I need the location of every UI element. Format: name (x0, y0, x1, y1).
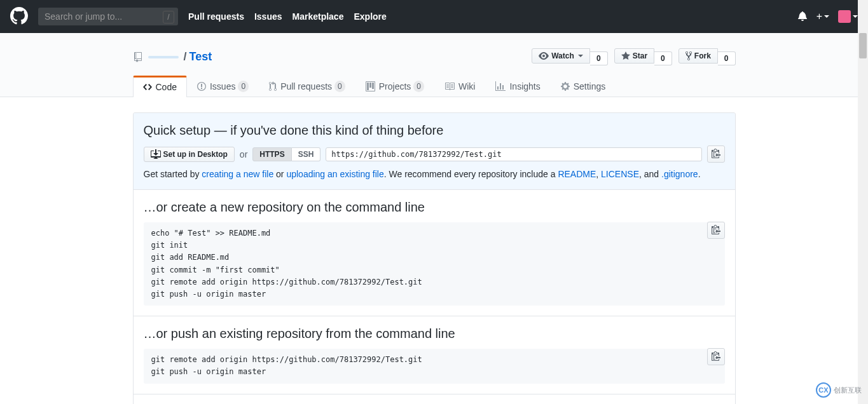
quick-setup-title: Quick setup — if you've done this kind o… (144, 123, 725, 138)
nav-marketplace[interactable]: Marketplace (293, 11, 344, 22)
notifications-icon[interactable] (797, 11, 808, 23)
or-text: or (240, 149, 247, 159)
nav-explore[interactable]: Explore (354, 11, 386, 22)
watermark: CX创新互联 (816, 382, 862, 398)
repo-head: / Test Watch 0 Star 0 (0, 33, 868, 97)
create-repo-code[interactable]: echo "# Test" >> README.md git init git … (144, 222, 725, 306)
issue-icon (197, 81, 206, 91)
watermark-icon: CX (816, 382, 831, 398)
create-new-dropdown[interactable]: + (816, 11, 829, 22)
global-header: / Pull requests Issues Marketplace Explo… (0, 0, 868, 33)
upload-file-link[interactable]: uploading an existing file (286, 169, 383, 179)
push-repo-title: …or push an existing repository from the… (144, 327, 725, 341)
readme-link[interactable]: README (558, 169, 596, 179)
tab-pull-requests[interactable]: Pull requests0 (259, 76, 355, 97)
graph-icon (495, 81, 506, 91)
quick-setup-header: Quick setup — if you've done this kind o… (134, 113, 735, 190)
github-logo[interactable] (10, 7, 28, 27)
header-nav: Pull requests Issues Marketplace Explore (188, 11, 387, 22)
gear-icon (561, 81, 570, 91)
copy-create-commands-button[interactable] (707, 222, 725, 239)
fork-button[interactable]: Fork (679, 48, 718, 64)
repo-name-link[interactable]: Test (189, 50, 212, 64)
code-icon (143, 82, 152, 92)
eye-icon (539, 51, 549, 61)
nav-issues[interactable]: Issues (254, 11, 282, 22)
star-button[interactable]: Star (614, 48, 654, 64)
tab-issues[interactable]: Issues0 (187, 76, 259, 97)
search-input[interactable] (38, 8, 178, 25)
create-new-file-link[interactable]: creating a new file (202, 169, 273, 179)
push-repo-section: …or push an existing repository from the… (134, 316, 735, 394)
repo-content: Quick setup — if you've done this kind o… (123, 97, 746, 404)
https-button[interactable]: HTTPS (252, 147, 291, 161)
project-icon (366, 81, 375, 91)
repo-nav: Code Issues0 Pull requests0 Projects0 Wi… (133, 76, 736, 97)
star-icon (621, 51, 630, 61)
license-link[interactable]: LICENSE (601, 169, 639, 179)
clippy-icon (712, 351, 720, 361)
quick-setup-box: Quick setup — if you've done this kind o… (133, 112, 736, 404)
copy-push-commands-button[interactable] (707, 348, 725, 365)
setup-desktop-button[interactable]: Set up in Desktop (144, 147, 235, 162)
repo-title: / Test (133, 50, 212, 64)
search-container: / (38, 8, 178, 25)
repo-owner-link[interactable] (148, 56, 179, 58)
desktop-download-icon (151, 149, 161, 159)
import-repo-section: …or import code from another repository … (134, 394, 735, 405)
star-count[interactable]: 0 (654, 51, 672, 65)
pull-request-icon (269, 81, 277, 91)
tab-settings[interactable]: Settings (551, 76, 616, 97)
tab-code[interactable]: Code (133, 76, 187, 97)
watch-count[interactable]: 0 (590, 51, 608, 65)
user-avatar-dropdown[interactable] (838, 10, 858, 23)
repo-icon (133, 52, 143, 62)
fork-icon (685, 51, 692, 61)
search-slash-hint: / (163, 11, 174, 24)
create-repo-section: …or create a new repository on the comma… (134, 190, 735, 316)
clone-url-input[interactable] (326, 147, 701, 161)
push-repo-code[interactable]: git remote add origin https://github.com… (144, 349, 725, 383)
watch-button[interactable]: Watch (532, 48, 590, 64)
tab-projects[interactable]: Projects0 (355, 76, 434, 97)
create-repo-title: …or create a new repository on the comma… (144, 200, 725, 215)
repo-separator: / (184, 50, 187, 64)
header-right: + (797, 10, 858, 23)
tab-wiki[interactable]: Wiki (434, 76, 485, 97)
tab-insights[interactable]: Insights (485, 76, 550, 97)
gitignore-link[interactable]: .gitignore (661, 169, 698, 179)
avatar-icon (838, 10, 851, 23)
clippy-icon (712, 224, 720, 234)
clone-protocol-group: HTTPS SSH (252, 147, 320, 161)
nav-pull-requests[interactable]: Pull requests (188, 11, 244, 22)
setup-hint: Get started by creating a new file or up… (144, 169, 725, 179)
ssh-button[interactable]: SSH (292, 147, 321, 161)
scrollbar[interactable] (858, 0, 868, 404)
pagehead-actions: Watch 0 Star 0 Fork 0 (532, 48, 735, 65)
fork-count[interactable]: 0 (718, 51, 736, 65)
copy-url-button[interactable] (707, 145, 725, 163)
book-icon (444, 81, 455, 91)
clippy-icon (712, 148, 720, 158)
